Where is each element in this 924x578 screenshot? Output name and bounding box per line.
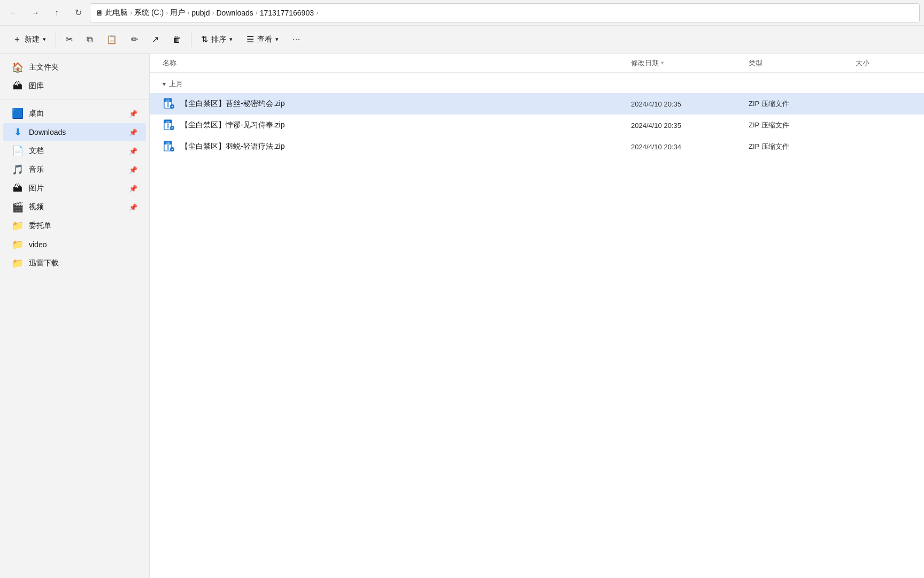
cut-button[interactable]: ✂ (59, 29, 79, 50)
file-date-1: 2024/4/10 20:35 (627, 100, 744, 108)
documents-icon: 📄 (12, 145, 24, 157)
view-icon: ☰ (247, 34, 254, 44)
file-type-2: ZIP 压缩文件 (744, 120, 851, 130)
copy-button[interactable]: ⧉ (80, 29, 99, 50)
videos-icon: 🎬 (12, 201, 24, 213)
title-bar: ← → ↑ ↻ 🖥 此电脑 › 系统 (C:) › 用户 › pubjd › D… (0, 0, 924, 26)
refresh-button[interactable]: ↻ (68, 3, 88, 22)
file-list: ▾ 上月 ZIP (150, 73, 924, 578)
view-chevron-icon: ▾ (275, 36, 279, 43)
content-area: 名称 修改日期 ▾ 类型 大小 ▾ 上月 (150, 54, 924, 578)
xunlei-icon: 📁 (12, 257, 24, 269)
sidebar-divider (0, 96, 149, 100)
sidebar-item-gallery[interactable]: 🏔 图库 (3, 77, 146, 95)
pin-icon-music: 📌 (129, 166, 137, 174)
pin-icon-desktop: 📌 (129, 110, 137, 118)
pin-icon-pictures: 📌 (129, 185, 137, 193)
more-button[interactable]: ··· (286, 29, 306, 50)
gallery-icon: 🏔 (12, 80, 24, 92)
breadcrumb-drive[interactable]: 系统 (C:) (134, 8, 164, 18)
pin-icon-videos: 📌 (129, 203, 137, 211)
zip-icon-2: ZIP (163, 119, 175, 132)
view-button[interactable]: ☰ 查看 ▾ (240, 29, 285, 50)
share-button[interactable]: ↗ (145, 29, 165, 50)
sidebar-item-home[interactable]: 🏠 主文件夹 (3, 58, 146, 77)
svg-rect-3 (167, 102, 169, 107)
breadcrumb-pubjd[interactable]: pubjd (191, 9, 210, 17)
computer-icon: 🖥 (96, 9, 103, 17)
breadcrumb-folder[interactable]: 1713177166903 (260, 9, 314, 17)
delete-icon: 🗑 (173, 35, 181, 44)
delete-button[interactable]: 🗑 (166, 29, 188, 50)
sort-indicator-icon: ▾ (661, 59, 664, 66)
paste-button[interactable]: 📋 (100, 29, 124, 50)
new-button[interactable]: ＋ 新建 ▾ (6, 29, 52, 50)
file-row-1[interactable]: ZIP 【尘白禁区】苔丝-秘密约会.zip 2024/4/10 20:35 ZI… (150, 93, 924, 115)
breadcrumb-sep-6: › (316, 9, 318, 17)
new-icon: ＋ (13, 34, 21, 45)
col-header-size[interactable]: 大小 (851, 58, 915, 68)
col-header-modified[interactable]: 修改日期 ▾ (627, 58, 744, 68)
music-icon: 🎵 (12, 164, 24, 176)
file-date-2: 2024/4/10 20:35 (627, 121, 744, 130)
up-button[interactable]: ↑ (47, 3, 66, 22)
file-name-cell-2: ZIP 【尘白禁区】悖谬-见习侍奉.zip (158, 119, 627, 132)
file-row-3[interactable]: ZIP 【尘白禁区】羽蜕-轻语疗法.zip 2024/4/10 20:34 ZI… (150, 136, 924, 157)
toolbar-divider-2 (191, 32, 191, 47)
rename-button[interactable]: ✏ (125, 29, 144, 50)
column-headers: 名称 修改日期 ▾ 类型 大小 (150, 54, 924, 73)
svg-rect-13 (167, 145, 169, 150)
new-chevron-icon: ▾ (43, 36, 46, 43)
sort-button[interactable]: ⇅ 排序 ▾ (195, 29, 239, 50)
zip-icon-1: ZIP (163, 97, 175, 110)
paste-icon: 📋 (106, 34, 117, 44)
file-type-3: ZIP 压缩文件 (744, 142, 851, 151)
back-button[interactable]: ← (4, 3, 24, 22)
toolbar: ＋ 新建 ▾ ✂ ⧉ 📋 ✏ ↗ 🗑 ⇅ 排序 ▾ ☰ 查看 ▾ ··· (0, 26, 924, 54)
svg-text:ZIP: ZIP (166, 142, 170, 145)
col-header-name[interactable]: 名称 (158, 58, 627, 68)
breadcrumb[interactable]: 🖥 此电脑 › 系统 (C:) › 用户 › pubjd › Downloads… (90, 3, 920, 22)
sidebar-item-desktop[interactable]: 🟦 桌面 📌 (3, 104, 146, 123)
desktop-icon: 🟦 (12, 108, 24, 119)
sidebar-item-videos[interactable]: 🎬 视频 📌 (3, 198, 146, 216)
breadcrumb-downloads[interactable]: Downloads (216, 9, 253, 17)
file-name-2: 【尘白禁区】悖谬-见习侍奉.zip (181, 120, 284, 130)
breadcrumb-sep-4: › (212, 9, 214, 17)
file-row-2[interactable]: ZIP 【尘白禁区】悖谬-见习侍奉.zip 2024/4/10 20:35 ZI… (150, 115, 924, 136)
breadcrumb-computer[interactable]: 🖥 此电脑 (96, 8, 128, 18)
sidebar-item-pictures[interactable]: 🏔 图片 📌 (3, 179, 146, 197)
breadcrumb-sep-2: › (166, 9, 168, 17)
breadcrumb-sep-1: › (130, 9, 132, 17)
chevron-down-icon: ▾ (163, 80, 166, 88)
col-header-type[interactable]: 类型 (744, 58, 851, 68)
sidebar-item-weituodan[interactable]: 📁 委托单 (3, 217, 146, 235)
file-date-3: 2024/4/10 20:34 (627, 143, 744, 151)
weituodan-icon: 📁 (12, 220, 24, 232)
sidebar-item-music[interactable]: 🎵 音乐 📌 (3, 161, 146, 179)
sidebar-item-xunlei[interactable]: 📁 迅雷下载 (3, 254, 146, 272)
svg-text:ZIP: ZIP (166, 120, 170, 124)
breadcrumb-sep-3: › (187, 9, 189, 17)
pictures-icon: 🏔 (12, 182, 24, 194)
zip-icon-3: ZIP (163, 140, 175, 153)
group-label-last-month[interactable]: ▾ 上月 (150, 75, 924, 93)
file-name-1: 【尘白禁区】苔丝-秘密约会.zip (181, 99, 284, 109)
sort-icon: ⇅ (201, 34, 208, 44)
breadcrumb-sep-5: › (256, 9, 258, 17)
breadcrumb-users[interactable]: 用户 (170, 8, 185, 18)
sidebar-item-documents[interactable]: 📄 文档 📌 (3, 142, 146, 160)
cut-icon: ✂ (66, 34, 73, 44)
sidebar-item-video-folder[interactable]: 📁 video (3, 235, 146, 254)
main-layout: 🏠 主文件夹 🏔 图库 🟦 桌面 📌 ⬇ Downloads 📌 📄 文档 📌 (0, 54, 924, 578)
sidebar: 🏠 主文件夹 🏔 图库 🟦 桌面 📌 ⬇ Downloads 📌 📄 文档 📌 (0, 54, 150, 578)
video-folder-icon: 📁 (12, 239, 24, 250)
file-name-cell-3: ZIP 【尘白禁区】羽蜕-轻语疗法.zip (158, 140, 627, 153)
sidebar-item-downloads[interactable]: ⬇ Downloads 📌 (3, 123, 146, 141)
rename-icon: ✏ (131, 34, 138, 44)
sort-chevron-icon: ▾ (229, 36, 233, 43)
pin-icon-documents: 📌 (129, 147, 137, 155)
file-type-1: ZIP 压缩文件 (744, 99, 851, 109)
forward-button[interactable]: → (26, 3, 45, 22)
file-name-3: 【尘白禁区】羽蜕-轻语疗法.zip (181, 142, 284, 151)
